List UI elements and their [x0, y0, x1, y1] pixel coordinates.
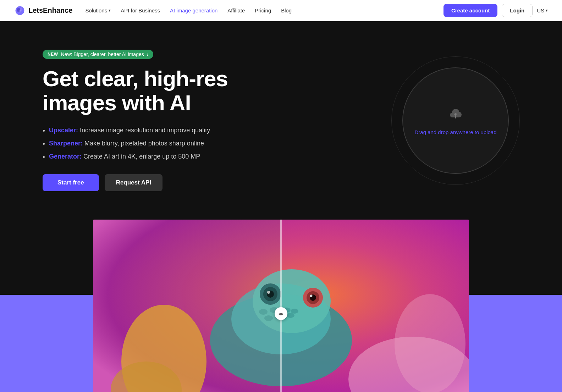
upload-outer-ring: Drag and drop anywhere to upload: [392, 57, 519, 184]
nav-blog[interactable]: Blog: [281, 7, 292, 13]
hero-inner: NEW New: Bigger, clearer, better AI imag…: [0, 21, 562, 220]
new-badge[interactable]: NEW New: Bigger, clearer, better AI imag…: [43, 50, 153, 59]
hero-features-list: Upscaler: Increase image resolution and …: [43, 126, 298, 161]
before-image-svg: [93, 220, 281, 392]
start-free-button[interactable]: Start free: [43, 174, 99, 191]
hero-ctas: Start free Request API: [43, 174, 298, 191]
hero-content: NEW New: Bigger, clearer, better AI imag…: [43, 50, 298, 191]
comparison-image: [93, 220, 469, 392]
comparison-container: [93, 220, 469, 392]
hero-section: NEW New: Bigger, clearer, better AI imag…: [0, 0, 562, 220]
svg-point-38: [310, 295, 313, 297]
sharpener-text: Make blurry, pixelated photos sharp onli…: [84, 140, 204, 147]
svg-point-51: [395, 294, 465, 392]
solutions-chevron: ▾: [109, 8, 111, 13]
svg-point-20: [264, 315, 273, 321]
upload-link[interactable]: to upload: [475, 129, 497, 135]
after-image-svg: [281, 220, 469, 392]
svg-point-11: [267, 291, 270, 294]
feature-upscaler: Upscaler: Increase image resolution and …: [49, 126, 298, 135]
nav-affiliate[interactable]: Affiliate: [227, 7, 245, 13]
generator-text: Create AI art in 4K, enlarge up to 500 M…: [83, 153, 200, 160]
navbar: LetsEnhance Solutions ▾ API for Business…: [0, 0, 562, 21]
upscaler-text: Increase image resolution and improve qu…: [80, 127, 210, 134]
badge-new-label: NEW: [48, 52, 58, 57]
svg-point-16: [259, 309, 268, 315]
nav-links: Solutions ▾ API for Business AI image ge…: [85, 7, 292, 13]
comparison-section: [0, 220, 562, 392]
nav-pricing[interactable]: Pricing: [255, 7, 271, 13]
upload-dropzone[interactable]: Drag and drop anywhere to upload: [402, 67, 509, 174]
comparison-handle[interactable]: [275, 307, 287, 320]
badge-arrow-icon: ›: [147, 51, 149, 57]
locale-selector[interactable]: US ▾: [537, 7, 548, 13]
before-image: [93, 220, 281, 392]
nav-right: Create account Login US ▾: [443, 4, 548, 17]
login-button[interactable]: Login: [502, 4, 533, 17]
upload-cloud-icon: [447, 106, 464, 123]
nav-left: LetsEnhance Solutions ▾ API for Business…: [14, 5, 292, 16]
svg-point-3: [18, 10, 21, 12]
locale-chevron: ▾: [546, 8, 548, 13]
feature-sharpener: Sharpener: Make blurry, pixelated photos…: [49, 139, 298, 148]
generator-label: Generator:: [49, 153, 82, 160]
nav-solutions[interactable]: Solutions ▾: [85, 7, 111, 13]
svg-point-43: [291, 309, 298, 314]
upscaler-label: Upscaler:: [49, 127, 78, 134]
logo[interactable]: LetsEnhance: [14, 5, 72, 16]
after-image: [281, 220, 469, 392]
nav-ai-image[interactable]: AI image generation: [170, 7, 217, 13]
request-api-button[interactable]: Request API: [105, 174, 163, 191]
upload-area-wrap: Drag and drop anywhere to upload: [392, 57, 519, 184]
nav-api[interactable]: API for Business: [121, 7, 160, 13]
feature-generator: Generator: Create AI art in 4K, enlarge …: [49, 152, 298, 161]
comparison-split-line: [281, 220, 282, 392]
brand-name: LetsEnhance: [28, 6, 72, 15]
logo-icon: [14, 5, 26, 16]
upload-instruction: Drag and drop anywhere to upload: [414, 129, 496, 135]
hero-title: Get clear, high-res images with AI: [43, 67, 298, 115]
badge-description: New: Bigger, clearer, better AI images: [61, 51, 144, 57]
sharpener-label: Sharpener:: [49, 140, 83, 147]
svg-point-47: [287, 313, 294, 318]
create-account-button[interactable]: Create account: [443, 4, 497, 17]
